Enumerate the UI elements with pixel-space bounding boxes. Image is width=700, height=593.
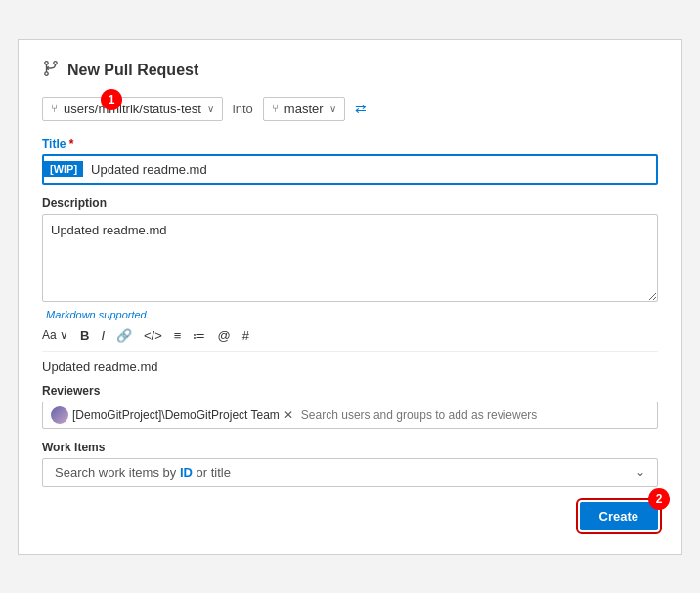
toolbar-bold[interactable]: B [80, 328, 89, 343]
wip-badge: [WIP] [44, 161, 83, 177]
pull-request-icon [42, 60, 60, 81]
svg-point-1 [45, 71, 48, 74]
work-items-chevron-icon: ⌄ [635, 465, 645, 479]
work-items-placeholder: Search work items by ID or title [55, 465, 231, 480]
reviewers-input-row: [DemoGitProject]\DemoGitProject Team ✕ [42, 402, 658, 429]
editor-toolbar: Aa ∨ B I 🔗 </> ≡ ≔ @ # [42, 328, 658, 352]
reviewers-label: Reviewers [42, 384, 658, 398]
toolbar-code[interactable]: </> [144, 328, 162, 343]
branch-row: ⑂ users/mmitrik/status-test ∨ into ⑂ mas… [42, 97, 658, 121]
step-badge-1: 1 [101, 89, 122, 110]
step-badge-2: 2 [648, 488, 670, 510]
title-input[interactable] [83, 156, 656, 183]
source-branch-select[interactable]: ⑂ users/mmitrik/status-test ∨ [42, 97, 223, 121]
reviewers-search-input[interactable] [301, 408, 649, 422]
toolbar-link[interactable]: 🔗 [116, 328, 132, 343]
panel-header: New Pull Request [42, 60, 658, 81]
toolbar-hashtag[interactable]: # [242, 328, 249, 343]
toolbar-unordered-list[interactable]: ≡ [174, 328, 182, 343]
description-field-container: Description Updated readme.md Markdown s… [42, 196, 658, 320]
source-branch-chevron: ∨ [207, 104, 214, 114]
id-highlight: ID [180, 465, 193, 480]
target-branch-select[interactable]: ⑂ master ∨ [263, 97, 345, 121]
preview-text: Updated readme.md [42, 360, 658, 374]
svg-point-2 [54, 61, 57, 64]
reviewer-remove-icon[interactable]: ✕ [284, 408, 293, 422]
markdown-note: Markdown supported. [46, 309, 658, 320]
toolbar-font-size[interactable]: Aa ∨ [42, 328, 68, 342]
reviewer-avatar [51, 406, 68, 424]
description-label: Description [42, 196, 658, 210]
page-title: New Pull Request [67, 62, 198, 79]
title-field-container: Title [WIP] [42, 137, 658, 185]
toolbar-italic[interactable]: I [101, 328, 105, 343]
into-label: into [233, 102, 253, 116]
work-items-container: Work Items Search work items by ID or ti… [42, 441, 658, 487]
svg-point-0 [45, 61, 48, 64]
new-pull-request-panel: New Pull Request ⑂ users/mmitrik/status-… [18, 39, 682, 555]
reviewer-tag: [DemoGitProject]\DemoGitProject Team ✕ [51, 406, 293, 424]
source-branch-label: users/mmitrik/status-test [64, 102, 201, 116]
reviewer-name: [DemoGitProject]\DemoGitProject Team [72, 408, 280, 422]
description-textarea[interactable]: Updated readme.md [42, 214, 658, 302]
create-button[interactable]: Create [580, 502, 658, 530]
toolbar-mention[interactable]: @ [217, 328, 230, 343]
work-items-label: Work Items [42, 441, 658, 454]
work-items-search-row[interactable]: Search work items by ID or title ⌄ [42, 458, 658, 487]
footer-row: Create 2 [42, 502, 658, 530]
create-button-wrapper: Create 2 [580, 502, 658, 530]
swap-branches-icon[interactable]: ⇄ [355, 101, 367, 116]
target-branch-label: master [284, 102, 324, 116]
target-branch-chevron: ∨ [329, 104, 336, 114]
reviewers-container: Reviewers [DemoGitProject]\DemoGitProjec… [42, 384, 658, 429]
title-input-wrapper: [WIP] [42, 154, 658, 185]
toolbar-ordered-list[interactable]: ≔ [193, 328, 205, 343]
title-label: Title [42, 137, 658, 150]
